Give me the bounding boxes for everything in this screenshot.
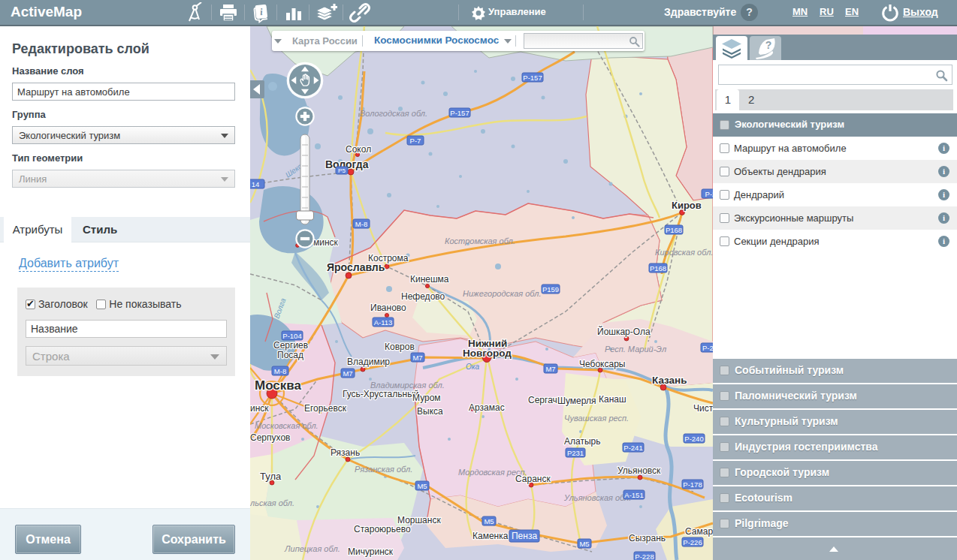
svg-text:Иваново: Иваново bbox=[370, 303, 406, 313]
svg-text:Р-104: Р-104 bbox=[282, 332, 301, 340]
svg-text:Сокол: Сокол bbox=[346, 144, 371, 155]
svg-text:Сергач: Сергач bbox=[528, 395, 557, 405]
svg-text:Егорьевск: Егорьевск bbox=[304, 403, 347, 414]
svg-text:Муром: Муром bbox=[412, 393, 441, 403]
svg-text:Киров: Киров bbox=[672, 200, 702, 211]
svg-text:М7: М7 bbox=[412, 354, 422, 362]
svg-text:Р-228: Р-228 bbox=[635, 552, 654, 560]
svg-text:А-151: А-151 bbox=[624, 491, 643, 499]
svg-text:Р-226: Р-226 bbox=[683, 538, 702, 546]
svg-text:Московская обл.: Московская обл. bbox=[255, 421, 318, 430]
svg-text:Казань: Казань bbox=[652, 375, 687, 386]
svg-text:М5: М5 bbox=[484, 517, 494, 525]
svg-text:Р-178: Р-178 bbox=[683, 480, 702, 489]
svg-text:Костромская обл.: Костромская обл. bbox=[445, 236, 515, 245]
svg-text:Ульяновск: Ульяновск bbox=[617, 465, 661, 476]
svg-text:Ульяновская обл.: Ульяновская обл. bbox=[563, 493, 631, 502]
svg-text:Чист: Чист bbox=[693, 403, 714, 414]
svg-text:Каменка: Каменка bbox=[472, 531, 509, 541]
svg-text:Сызрань: Сызрань bbox=[629, 533, 666, 543]
svg-text:Р-241: Р-241 bbox=[623, 444, 642, 452]
svg-text:Вологодская обл.: Вологодская обл. bbox=[360, 109, 427, 118]
svg-text:М7: М7 bbox=[343, 369, 352, 378]
svg-text:М5: М5 bbox=[417, 482, 427, 490]
svg-text:Кинешма: Кинешма bbox=[410, 274, 449, 285]
svg-text:Тула: Тула bbox=[260, 471, 282, 482]
svg-text:Чувашская респ.: Чувашская респ. bbox=[564, 414, 629, 423]
svg-text:Владимир: Владимир bbox=[347, 357, 390, 367]
svg-text:Саранск: Саранск bbox=[515, 474, 551, 484]
svg-text:Алатырь: Алатырь bbox=[564, 436, 600, 447]
svg-text:А-113: А-113 bbox=[374, 318, 393, 327]
svg-text:М5: М5 bbox=[579, 540, 589, 548]
svg-text:Пенза: Пенза bbox=[512, 531, 537, 541]
svg-text:Новгород: Новгород bbox=[463, 348, 512, 359]
svg-text:P168: P168 bbox=[666, 226, 682, 234]
svg-text:Рязань: Рязань bbox=[331, 447, 360, 458]
svg-text:Р-7: Р-7 bbox=[410, 137, 421, 145]
svg-text:М-8: М-8 bbox=[274, 367, 286, 375]
svg-text:Гусь-Хрустальный: Гусь-Хрустальный bbox=[343, 389, 418, 399]
svg-text:Респ. Марий-Эл: Респ. Марий-Эл bbox=[605, 345, 666, 354]
svg-text:Р231: Р231 bbox=[567, 449, 584, 457]
svg-text:Рязанская обл.: Рязанская обл. bbox=[355, 465, 412, 474]
svg-text:Москва: Москва bbox=[255, 378, 302, 393]
svg-text:Нижегородская обл.: Нижегородская обл. bbox=[463, 289, 542, 298]
svg-text:Канаш: Канаш bbox=[599, 394, 626, 405]
svg-text:P159: P159 bbox=[542, 285, 559, 294]
svg-text:Староюрьево: Староюрьево bbox=[354, 524, 411, 534]
svg-text:Мичуринск: Мичуринск bbox=[348, 546, 394, 557]
svg-text:льская обл.: льская обл. bbox=[250, 498, 294, 507]
svg-text:Сергиев: Сергиев bbox=[273, 340, 308, 351]
svg-text:Йошкар-Ола: Йошкар-Ола bbox=[597, 326, 651, 337]
svg-text:Кировская обл.: Кировская обл. bbox=[655, 248, 713, 257]
svg-text:Липецкая обл.: Липецкая обл. bbox=[284, 544, 340, 553]
svg-text:Р-157: Р-157 bbox=[450, 109, 469, 117]
svg-text:P168: P168 bbox=[650, 264, 666, 272]
svg-text:Чебоксары: Чебоксары bbox=[579, 359, 625, 369]
svg-text:?: ? bbox=[765, 39, 772, 51]
svg-text:Посад: Посад bbox=[277, 350, 303, 360]
svg-text:Серпухов: Серпухов bbox=[250, 432, 290, 443]
svg-text:Р-157: Р-157 bbox=[523, 74, 542, 82]
svg-text:Шумерля: Шумерля bbox=[557, 396, 596, 406]
svg-text:минск: минск bbox=[313, 237, 339, 248]
svg-text:Ока: Ока bbox=[466, 363, 480, 371]
svg-text:инск: инск bbox=[250, 403, 269, 414]
svg-text:Р5: Р5 bbox=[338, 167, 346, 174]
svg-text:Р-240: Р-240 bbox=[684, 435, 703, 443]
svg-text:Ковров: Ковров bbox=[385, 342, 415, 352]
svg-text:Арзамас: Арзамас bbox=[469, 402, 505, 413]
svg-text:14: 14 bbox=[252, 180, 260, 188]
svg-text:Кострома: Кострома bbox=[368, 253, 409, 263]
svg-text:М7: М7 bbox=[545, 365, 555, 373]
svg-text:Самар: Самар bbox=[685, 526, 713, 537]
svg-text:Нефедово: Нефедово bbox=[401, 291, 445, 302]
svg-text:М-8: М-8 bbox=[355, 220, 367, 228]
svg-text:Выкса: Выкса bbox=[417, 406, 443, 417]
